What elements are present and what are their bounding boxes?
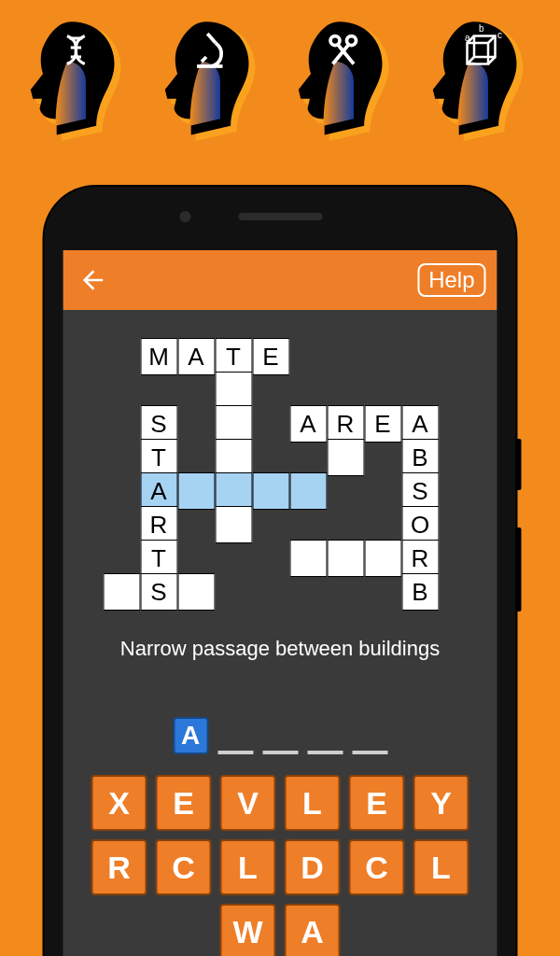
letter-key[interactable]: V <box>220 775 276 831</box>
grid-cell[interactable]: O <box>401 506 439 543</box>
grid-cell[interactable]: B <box>401 439 439 476</box>
crossword-grid[interactable]: MATESAREATBASROTRSB <box>103 338 457 609</box>
head-icon-dna <box>21 15 137 155</box>
grid-cell[interactable]: T <box>140 439 177 476</box>
grid-cell[interactable] <box>364 540 401 577</box>
grid-cell[interactable]: R <box>401 540 439 577</box>
svg-text:c: c <box>497 30 502 40</box>
grid-cell[interactable]: M <box>140 338 177 375</box>
svg-text:b: b <box>479 23 484 34</box>
answer-slot[interactable] <box>217 717 253 754</box>
grid-cell[interactable]: A <box>289 405 327 443</box>
answer-slot[interactable]: A <box>173 717 208 754</box>
answer-slot[interactable] <box>262 717 298 754</box>
grid-cell[interactable] <box>215 506 252 543</box>
letter-key[interactable]: Y <box>413 775 469 831</box>
letter-key[interactable]: C <box>156 839 212 895</box>
letter-key[interactable]: E <box>349 775 405 831</box>
grid-cell[interactable]: A <box>140 472 177 510</box>
phone-body: Help MATESAREATBASROTRSB Narrow passage … <box>45 187 516 956</box>
phone-side-button <box>516 439 522 490</box>
letter-key[interactable]: R <box>91 839 147 895</box>
answer-slot[interactable] <box>352 717 387 754</box>
top-icon-row: a b c <box>0 0 560 159</box>
phone-mockup: Help MATESAREATBASROTRSB Narrow passage … <box>45 187 516 956</box>
phone-side-button <box>516 527 522 612</box>
grid-cell[interactable]: S <box>401 472 439 510</box>
help-button[interactable]: Help <box>417 263 485 297</box>
app-bar: Help <box>63 250 497 310</box>
letter-key[interactable]: L <box>413 839 469 895</box>
letter-key[interactable]: X <box>91 775 147 831</box>
grid-cell[interactable] <box>252 472 289 510</box>
letter-key[interactable]: E <box>156 775 212 831</box>
grid-cell[interactable]: T <box>140 540 177 577</box>
svg-text:a: a <box>465 33 470 43</box>
letter-key[interactable]: A <box>285 904 341 956</box>
grid-cell[interactable]: B <box>401 573 439 611</box>
grid-cell[interactable]: A <box>401 405 439 443</box>
grid-cell[interactable]: E <box>364 405 401 443</box>
letter-keyboard: XEVLEYRCLDCLWA <box>63 775 497 956</box>
grid-cell[interactable] <box>327 540 364 577</box>
letter-key[interactable]: D <box>285 839 341 895</box>
grid-cell[interactable] <box>215 372 252 409</box>
head-icon-microscope <box>155 15 272 155</box>
grid-cell[interactable]: T <box>215 338 252 375</box>
grid-cell[interactable]: S <box>140 573 177 611</box>
clue-text: Narrow passage between buildings <box>63 637 497 661</box>
grid-cell[interactable]: E <box>252 338 289 375</box>
grid-cell[interactable]: A <box>177 338 215 375</box>
grid-cell[interactable] <box>289 472 327 510</box>
phone-screen: Help MATESAREATBASROTRSB Narrow passage … <box>63 250 497 956</box>
grid-cell[interactable] <box>215 439 252 476</box>
head-icon-cube: a b c <box>423 15 539 155</box>
grid-cell[interactable] <box>215 405 252 443</box>
letter-key[interactable]: C <box>349 839 405 895</box>
letter-key[interactable]: L <box>220 839 276 895</box>
back-button[interactable] <box>75 261 112 299</box>
answer-slot[interactable] <box>307 717 343 754</box>
grid-cell[interactable] <box>327 439 364 476</box>
grid-cell[interactable] <box>103 573 140 611</box>
letter-key[interactable]: L <box>285 775 341 831</box>
grid-cell[interactable] <box>177 573 215 611</box>
grid-cell[interactable] <box>177 472 215 510</box>
grid-cell[interactable]: S <box>140 405 177 443</box>
back-arrow-icon <box>78 265 108 295</box>
grid-cell[interactable] <box>215 472 252 510</box>
phone-camera <box>180 211 191 222</box>
grid-cell[interactable] <box>289 540 327 577</box>
grid-cell[interactable]: R <box>140 506 177 543</box>
grid-cell[interactable]: R <box>327 405 364 443</box>
phone-speaker <box>238 213 322 220</box>
head-icon-scissors <box>288 15 405 155</box>
letter-key[interactable]: W <box>220 904 276 956</box>
help-button-label: Help <box>428 267 474 292</box>
answer-slots: A <box>63 717 497 754</box>
